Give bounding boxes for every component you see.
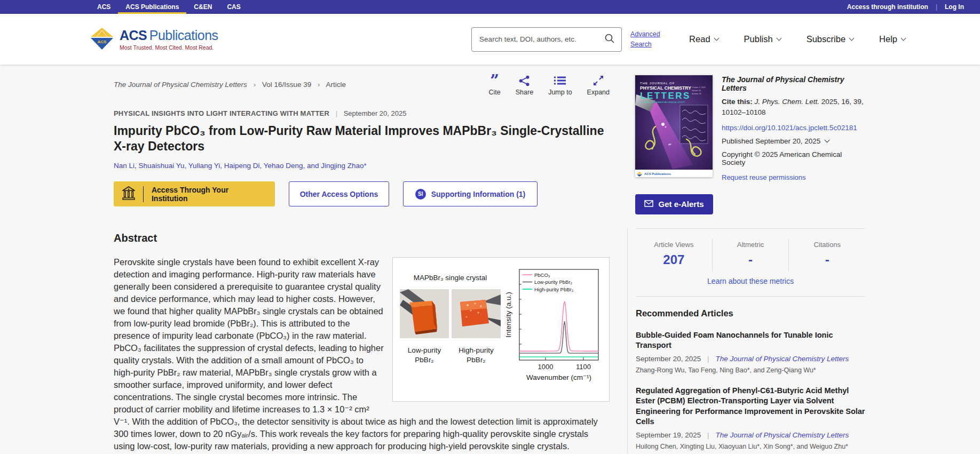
recommended-article-meta: September 20, 2025 | The Journal of Phys… — [636, 355, 865, 363]
metric-altmetric: Altmetric - — [712, 238, 789, 272]
expand-label: Expand — [587, 89, 610, 96]
jump-to-button[interactable]: Jump to — [548, 74, 572, 99]
cover-line3: LETTERS — [640, 91, 691, 101]
metric-value: 207 — [636, 252, 712, 267]
other-access-label: Other Access Options — [300, 190, 378, 198]
recommended-article-date: September 20, 2025 — [636, 355, 701, 363]
site-header: ACS ACS Publications Most Trusted. Most … — [0, 14, 980, 65]
metric-article-views: Article Views 207 — [636, 238, 712, 272]
svg-text:ACS: ACS — [98, 39, 107, 44]
supporting-information-button[interactable]: SI Supporting Information (1) — [403, 181, 538, 206]
svg-text:Volume 16: Volume 16 — [692, 90, 701, 92]
recommended-article: Regulated Aggregation of Phenyl-C61-Buty… — [636, 386, 865, 450]
recommended-article: Bubble-Guided Foam Nanochannels for Tuna… — [636, 330, 865, 374]
svg-text:PbCO₃: PbCO₃ — [534, 272, 550, 278]
cite-quote-icon: ” — [490, 74, 499, 87]
breadcrumb-journal-link[interactable]: The Journal of Physical Chemistry Letter… — [114, 81, 247, 89]
breadcrumb-separator: › — [254, 81, 256, 89]
abstract-heading: Abstract — [114, 232, 610, 244]
topbar-tab-cas[interactable]: CAS — [219, 0, 248, 14]
access-buttons-row: Access Through Your Institution Other Ac… — [114, 181, 610, 206]
chevron-down-icon — [825, 137, 830, 142]
topbar-tab-cen[interactable]: C&EN — [186, 0, 219, 14]
published-date-text: Published September 20, 2025 — [722, 137, 820, 145]
cover-footer-logo-text: ACS Publications — [644, 172, 671, 176]
sidebar-journal-title[interactable]: The Journal of Physical Chemistry Letter… — [722, 75, 865, 92]
supporting-information-label: Supporting Information (1) — [431, 190, 526, 198]
learn-about-metrics-link[interactable]: Learn about these metrics — [636, 277, 865, 285]
si-badge-icon: SI — [415, 189, 426, 200]
x-tick-1000: 1000 — [538, 363, 554, 371]
request-reuse-permissions-link[interactable]: Request reuse permissions — [722, 173, 865, 181]
get-e-alerts-button[interactable]: Get e-Alerts — [635, 194, 713, 214]
low-purity-crystal-photo — [400, 289, 449, 341]
topbar-tab-acs[interactable]: ACS — [90, 0, 118, 14]
search-box — [471, 27, 622, 52]
institution-building-icon — [122, 186, 135, 202]
chevron-down-icon — [901, 36, 906, 41]
abstract-graphic[interactable]: MAPbBr₃ single crystal — [392, 257, 610, 402]
topbar-tab-acs-publications[interactable]: ACS Publications — [118, 0, 186, 14]
acs-publications-logo[interactable]: ACS ACS Publications Most Trusted. Most … — [90, 27, 218, 52]
low-purity-photo-label: Low-purity PbBr₂ — [400, 346, 449, 364]
get-e-alerts-label: Get e-Alerts — [658, 200, 704, 209]
recommended-article-title[interactable]: Regulated Aggregation of Phenyl-C61-Buty… — [636, 386, 865, 427]
svg-text:Number 39: Number 39 — [692, 93, 701, 95]
recommended-article-title[interactable]: Bubble-Guided Foam Nanochannels for Tuna… — [636, 330, 865, 351]
access-institution-button[interactable]: Access Through Your Institution — [114, 181, 275, 206]
nav-help[interactable]: Help — [879, 34, 905, 44]
chevron-down-icon — [714, 36, 719, 41]
button-divider — [143, 186, 144, 202]
recommended-article-authors: Zhang-Rong Wu, Tao Feng, Ning Bao*, and … — [636, 367, 865, 374]
metric-label: Article Views — [636, 241, 712, 249]
breadcrumb-article: Article — [326, 81, 346, 89]
svg-text:High-purity PbBr₂: High-purity PbBr₂ — [534, 286, 574, 292]
nav-read-label: Read — [689, 34, 710, 44]
copyright-text: Copyright © 2025 American Chemical Socie… — [722, 150, 865, 166]
recommended-article-date: September 19, 2025 — [636, 431, 701, 439]
crystal-figure-label: MAPbBr₃ single crystal — [414, 272, 487, 284]
advanced-search-link[interactable]: Advanced Search — [630, 29, 666, 49]
svg-text:⇌: ⇌ — [668, 142, 671, 146]
breadcrumb-separator: › — [318, 81, 320, 89]
other-access-options-button[interactable]: Other Access Options — [289, 181, 389, 206]
metric-label: Altmetric — [713, 241, 789, 249]
share-label: Share — [516, 89, 533, 96]
published-date-toggle[interactable]: Published September 20, 2025 — [722, 137, 865, 145]
expand-button[interactable]: Expand — [587, 74, 610, 99]
acs-logo-icon: ACS — [90, 27, 114, 52]
journal-cover-image[interactable]: THE JOURNAL OF PHYSICAL CHEMISTRY LETTER… — [635, 75, 713, 177]
envelope-icon — [644, 200, 653, 209]
cite-label: Cite — [489, 89, 501, 96]
spectra-chart: PbCO₃Low-purity PbBr₂High-purity PbBr₂ 1… — [502, 263, 604, 396]
access-through-institution-link[interactable]: Access through institution — [847, 3, 928, 11]
search-input[interactable] — [479, 35, 604, 43]
article-category-row: PHYSICAL INSIGHTS INTO LIGHT INTERACTING… — [114, 109, 610, 117]
metric-citations: Citations - — [788, 238, 865, 272]
chevron-down-icon — [776, 36, 781, 41]
nav-publish[interactable]: Publish — [744, 34, 781, 44]
recommended-articles-heading: Recommended Articles — [636, 308, 865, 318]
logo-text-acs: ACS — [120, 28, 147, 43]
recommended-articles-section: Recommended Articles Bubble-Guided Foam … — [636, 296, 865, 454]
login-link[interactable]: Log In — [945, 3, 964, 11]
article-title: Impurity PbCO₃ from Low-Purity Raw Mater… — [114, 123, 610, 154]
doi-link[interactable]: https://doi.org/10.1021/acs.jpclett.5c02… — [722, 124, 865, 132]
recommended-article-journal-link[interactable]: The Journal of Physical Chemistry Letter… — [715, 355, 849, 363]
nav-subscribe[interactable]: Subscribe — [807, 34, 853, 44]
svg-text:October 2, 2025: October 2, 2025 — [692, 86, 706, 89]
author-list[interactable]: Nan Li, Shuaishuai Yu, Yuliang Yi, Haipe… — [114, 162, 610, 170]
publication-date: September 20, 2025 — [344, 109, 407, 117]
recommended-article-authors: Huilong Chen, Xingting Liu, Xiaoyuan Liu… — [636, 443, 865, 450]
nav-read[interactable]: Read — [689, 34, 718, 44]
x-tick-1100: 1100 — [576, 363, 591, 371]
special-issue-label[interactable]: PHYSICAL INSIGHTS INTO LIGHT INTERACTING… — [114, 109, 329, 117]
search-icon[interactable] — [604, 33, 615, 46]
cite-button[interactable]: ” Cite — [489, 74, 501, 99]
breadcrumb-issue-link[interactable]: Vol 16/Issue 39 — [262, 81, 311, 89]
recommended-article-journal-link[interactable]: The Journal of Physical Chemistry Letter… — [715, 431, 849, 439]
metrics-panel: Article Views 207 Altmetric - Citations … — [636, 228, 865, 296]
share-button[interactable]: Share — [516, 74, 533, 99]
cover-line2: PHYSICAL CHEMISTRY — [640, 85, 691, 91]
logo-tagline: Most Trusted. Most Cited. Most Read. — [120, 44, 218, 51]
